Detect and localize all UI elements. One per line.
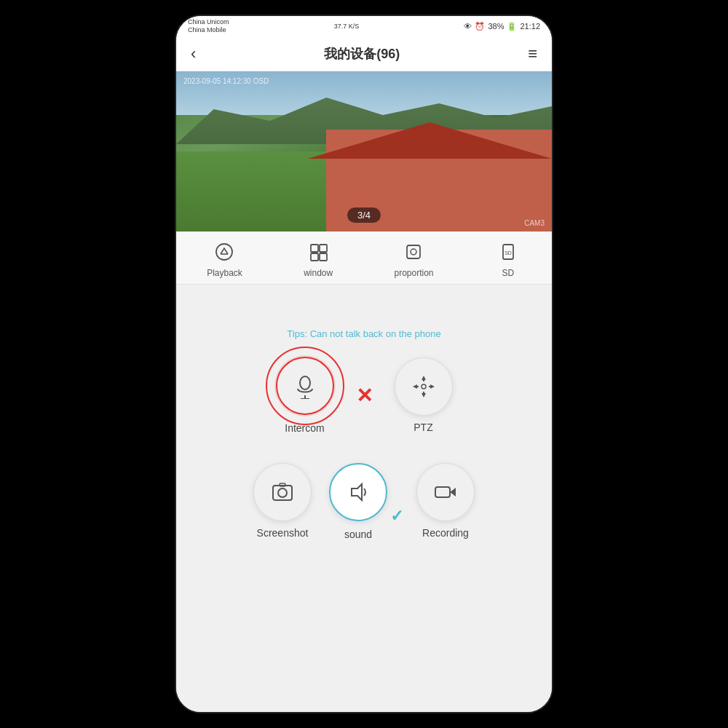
intercom-button[interactable]	[276, 357, 334, 415]
svg-marker-18	[413, 384, 417, 389]
svg-point-23	[278, 488, 287, 497]
intercom-row: Intercom ✕	[276, 357, 453, 434]
status-bar: China Unicom China Mobile 37.7 K/S 👁 ⏰ 3…	[176, 16, 552, 36]
svg-point-7	[411, 249, 416, 255]
back-button[interactable]: ‹	[191, 44, 196, 63]
ptz-icon	[395, 357, 453, 416]
proportion-icon	[400, 239, 427, 265]
svg-marker-14	[422, 376, 426, 380]
phone-container: China Unicom China Mobile 37.7 K/S 👁 ⏰ 3…	[175, 15, 553, 713]
status-right: 👁 ⏰ 38% 🔋 21:12	[464, 22, 540, 31]
battery-icon: 🔋	[507, 22, 517, 31]
x-mark: ✕	[356, 384, 373, 408]
sound-icon	[329, 463, 387, 521]
svg-marker-16	[422, 393, 426, 397]
window-icon	[305, 239, 331, 265]
screenshot-icon	[253, 463, 312, 521]
window-label: window	[304, 268, 333, 278]
intercom-circle-wrapper	[276, 357, 334, 415]
intercom-label: Intercom	[285, 422, 324, 434]
bottom-row: Screenshot ✓ sound	[253, 463, 475, 540]
svg-rect-5	[320, 253, 327, 261]
checkmark-icon: ✓	[390, 507, 403, 526]
playback-label: Playback	[207, 268, 242, 278]
screenshot-button[interactable]: Screenshot	[253, 463, 312, 539]
sound-button[interactable]: ✓ sound	[329, 463, 387, 540]
svg-point-0	[216, 244, 232, 260]
toolbar-sd[interactable]: SD SD	[495, 239, 521, 278]
playback-icon	[211, 239, 237, 265]
camera-timestamp: 2023-09-05 14:12:30 OSD	[183, 77, 269, 85]
svg-marker-27	[450, 488, 456, 496]
recording-icon	[416, 463, 475, 521]
toolbar: Playback window proportion	[176, 232, 552, 285]
carrier2-label: China Mobile	[188, 26, 229, 34]
sound-label: sound	[344, 529, 372, 540]
toolbar-proportion[interactable]: proportion	[394, 239, 433, 278]
ptz-button[interactable]: PTZ	[395, 357, 453, 433]
proportion-label: proportion	[394, 268, 433, 278]
svg-rect-6	[407, 245, 420, 258]
svg-point-21	[422, 384, 426, 389]
eye-icon: 👁	[464, 22, 472, 31]
top-nav: ‹ 我的设备(96) ≡	[176, 36, 552, 71]
camera-badge: 3/4	[347, 207, 381, 223]
cam-label: CAM3	[524, 219, 545, 227]
recording-label: Recording	[422, 527, 469, 539]
intercom-container: Intercom	[276, 357, 334, 434]
tips-text: Tips: Can not talk back on the phone	[287, 328, 440, 339]
sd-label: SD	[502, 268, 514, 278]
time-label: 21:12	[520, 22, 540, 31]
page-title: 我的设备(96)	[324, 45, 400, 63]
svg-text:SD: SD	[505, 250, 512, 256]
svg-rect-3	[320, 245, 327, 252]
toolbar-playback[interactable]: Playback	[207, 239, 242, 278]
ptz-label: PTZ	[414, 422, 432, 433]
speed-label: 37.7 K/S	[334, 23, 360, 30]
carrier-info: China Unicom China Mobile	[188, 18, 229, 34]
svg-rect-4	[311, 253, 318, 261]
screenshot-label: Screenshot	[257, 527, 309, 539]
battery-label: 38%	[488, 22, 504, 31]
sd-icon: SD	[495, 239, 521, 265]
svg-marker-20	[430, 384, 435, 389]
carrier1-label: China Unicom	[188, 18, 229, 26]
sound-circle-wrapper: ✓	[329, 463, 387, 521]
recording-button[interactable]: Recording	[416, 463, 475, 539]
content-area: Tips: Can not talk back on the phone	[176, 285, 552, 712]
svg-rect-2	[311, 245, 318, 252]
svg-marker-25	[352, 484, 362, 500]
toolbar-window[interactable]: window	[304, 239, 333, 278]
camera-feed[interactable]: 2023-09-05 14:12:30 OSD 3/4 CAM3	[176, 71, 552, 232]
svg-rect-26	[435, 487, 450, 497]
alarm-icon: ⏰	[475, 22, 485, 31]
menu-button[interactable]: ≡	[528, 44, 537, 63]
svg-point-10	[300, 376, 310, 389]
